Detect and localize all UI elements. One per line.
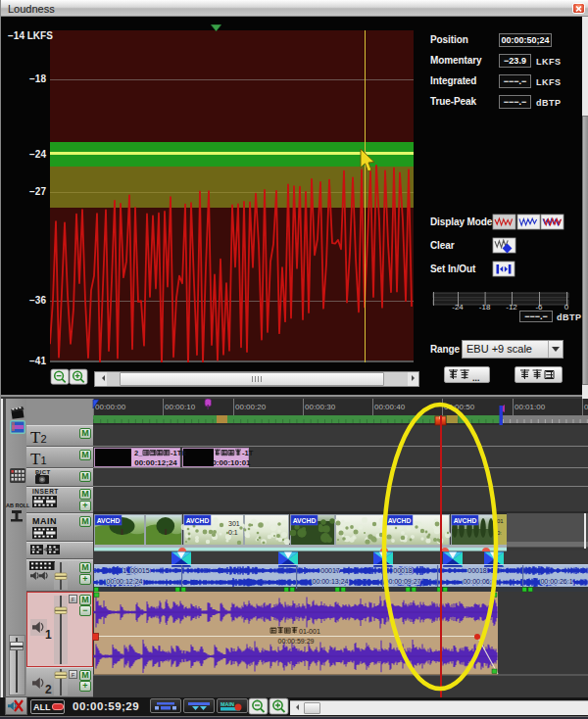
svg-text:MAIN: MAIN	[220, 701, 234, 707]
svg-text:...: ...	[472, 373, 480, 383]
